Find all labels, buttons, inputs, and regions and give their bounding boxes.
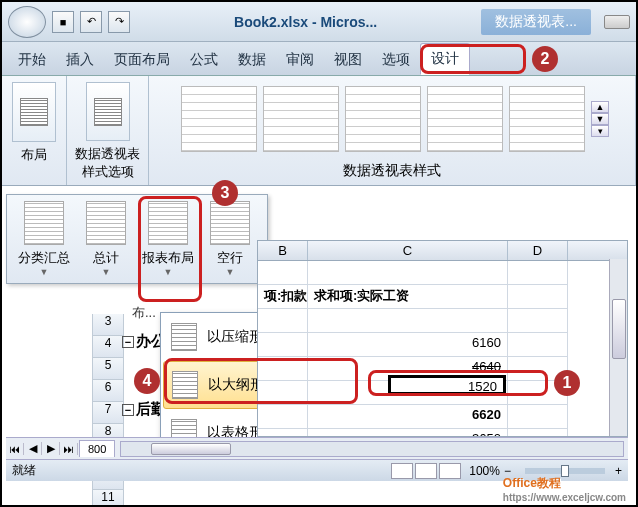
ribbon-group-styles: ▲ ▼ ▾ 数据透视表样式: [149, 76, 636, 185]
ribbon: 布局 数据透视表 样式选项 ▲ ▼ ▾ 数据透视表样式: [2, 76, 636, 186]
gallery-up-icon[interactable]: ▲: [591, 101, 609, 113]
grid[interactable]: 项:扣款求和项:实际工资 6160 4640 6620 3650 1450: [258, 261, 627, 437]
tab-pagelayout[interactable]: 页面布局: [104, 45, 180, 75]
style-options-button[interactable]: [86, 82, 130, 141]
style-swatch[interactable]: [509, 86, 585, 152]
tab-options[interactable]: 选项: [372, 45, 420, 75]
chevron-down-icon: ▼: [102, 267, 111, 277]
scrollbar-thumb[interactable]: [612, 299, 626, 359]
view-pagebreak-icon[interactable]: [439, 463, 461, 479]
status-ready: 就绪: [12, 462, 36, 479]
chevron-down-icon: ▼: [164, 267, 173, 277]
scrollbar-thumb[interactable]: [151, 443, 231, 455]
report-layout-button[interactable]: 报表布局▼: [140, 201, 196, 277]
annotation-badge-1: 1: [554, 370, 580, 396]
col-header[interactable]: D: [508, 241, 568, 260]
pivot-header: 项:扣款: [258, 285, 308, 309]
row-header[interactable]: 7: [92, 402, 124, 424]
view-normal-icon[interactable]: [391, 463, 413, 479]
tab-nav-prev-icon[interactable]: ◀: [24, 442, 42, 455]
ribbon-group-layout: 布局: [2, 76, 67, 185]
pivot-header: 求和项:实际工资: [308, 285, 508, 309]
layout-popup-caption: 布...: [132, 304, 156, 322]
layout-group-label: 布局: [21, 146, 47, 164]
blank-rows-icon: [210, 201, 250, 245]
watermark-url: https://www.exceljcw.com: [503, 492, 626, 503]
layout-button[interactable]: [12, 82, 56, 142]
row-header[interactable]: 6: [92, 380, 124, 402]
chevron-down-icon: ▼: [40, 267, 49, 277]
pivot-style-gallery[interactable]: [175, 80, 591, 158]
tab-insert[interactable]: 插入: [56, 45, 104, 75]
sheet-tab[interactable]: 800: [79, 440, 115, 457]
gallery-down-icon[interactable]: ▼: [591, 113, 609, 125]
grandtotals-button[interactable]: 总计▼: [78, 201, 134, 277]
style-swatch[interactable]: [181, 86, 257, 152]
sheet-tab-bar: ⏮ ◀ ▶ ⏭ 800: [6, 437, 628, 459]
gallery-more-icon[interactable]: ▾: [591, 125, 609, 137]
horizontal-scrollbar[interactable]: [120, 441, 624, 457]
style-swatch[interactable]: [427, 86, 503, 152]
row-header[interactable]: 5: [92, 358, 124, 380]
style-options-icon: [94, 98, 122, 126]
grandtotals-icon: [86, 201, 126, 245]
annotation-badge-3: 3: [212, 180, 238, 206]
contextual-tab-label: 数据透视表...: [481, 9, 591, 35]
tab-nav-first-icon[interactable]: ⏮: [6, 443, 24, 455]
collapse-icon[interactable]: −: [122, 336, 134, 348]
row-header[interactable]: 3: [92, 314, 124, 336]
vertical-scrollbar[interactable]: [609, 259, 627, 436]
row-header[interactable]: 4: [92, 336, 124, 358]
cell-value[interactable]: 3650: [308, 429, 508, 437]
report-layout-icon: [148, 201, 188, 245]
active-cell[interactable]: 1520: [388, 375, 506, 395]
worksheet[interactable]: B C D 项:扣款求和项:实际工资 6160 4640 6620 3650 1…: [257, 240, 628, 437]
subtotals-button[interactable]: 分类汇总▼: [16, 201, 72, 277]
cell-value[interactable]: 6620: [308, 405, 508, 429]
zoom-slider[interactable]: [525, 468, 605, 474]
layout-popup: 分类汇总▼ 总计▼ 报表布局▼ 空行▼: [6, 194, 268, 284]
layout-icon: [20, 98, 48, 126]
tab-view[interactable]: 视图: [324, 45, 372, 75]
qat-save-icon[interactable]: ■: [52, 11, 74, 33]
zoom-level[interactable]: 100%: [469, 464, 500, 478]
gallery-scroll[interactable]: ▲ ▼ ▾: [591, 101, 609, 137]
collapse-icon[interactable]: −: [122, 404, 134, 416]
col-header[interactable]: C: [308, 241, 508, 260]
blank-rows-button[interactable]: 空行▼: [202, 201, 258, 277]
subtotals-icon: [24, 201, 64, 245]
minimize-button[interactable]: [604, 15, 630, 29]
tab-data[interactable]: 数据: [228, 45, 276, 75]
tab-home[interactable]: 开始: [8, 45, 56, 75]
titlebar: ■ ↶ ↷ Book2.xlsx - Micros... 数据透视表...: [2, 2, 636, 42]
tab-nav-last-icon[interactable]: ⏭: [60, 443, 78, 455]
watermark: Office教程 https://www.exceljcw.com: [503, 475, 626, 503]
qat-undo-icon[interactable]: ↶: [80, 11, 102, 33]
style-swatch[interactable]: [345, 86, 421, 152]
outline-form-icon: [172, 371, 198, 399]
watermark-brand: Office教程: [503, 476, 561, 490]
tab-design[interactable]: 设计: [420, 43, 470, 75]
annotation-badge-4: 4: [134, 368, 160, 394]
ribbon-group-style-options: 数据透视表 样式选项: [67, 76, 149, 185]
column-headers: B C D: [258, 241, 627, 261]
style-gallery-label: 数据透视表样式: [343, 158, 441, 184]
compact-form-icon: [171, 323, 197, 351]
row-header[interactable]: 11: [92, 490, 124, 507]
col-header[interactable]: B: [258, 241, 308, 260]
tab-nav-next-icon[interactable]: ▶: [42, 442, 60, 455]
view-pagelayout-icon[interactable]: [415, 463, 437, 479]
window-title: Book2.xlsx - Micros...: [130, 14, 481, 30]
annotation-badge-2: 2: [532, 46, 558, 72]
cell-value[interactable]: 6160: [308, 333, 508, 357]
tab-review[interactable]: 审阅: [276, 45, 324, 75]
qat-redo-icon[interactable]: ↷: [108, 11, 130, 33]
tab-formulas[interactable]: 公式: [180, 45, 228, 75]
style-options-label: 数据透视表 样式选项: [75, 145, 140, 181]
chevron-down-icon: ▼: [226, 267, 235, 277]
style-swatch[interactable]: [263, 86, 339, 152]
office-button[interactable]: [8, 6, 46, 38]
